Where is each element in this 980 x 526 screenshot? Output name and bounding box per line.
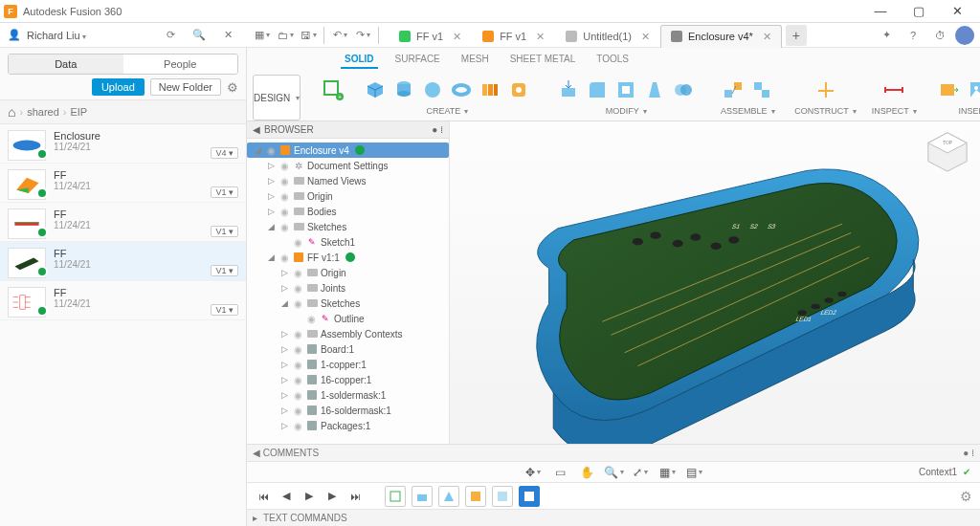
expand-icon[interactable]: ▷ bbox=[279, 283, 289, 293]
panel-settings-icon[interactable]: ⚙ bbox=[227, 80, 238, 95]
ribbon-tab[interactable]: SHEET METAL bbox=[506, 51, 580, 69]
tree-node[interactable]: ▷ ◉ Assembly Contexts bbox=[247, 326, 449, 341]
workspace-switcher[interactable]: DESIGN bbox=[253, 75, 301, 121]
expand-icon[interactable]: ◢ bbox=[253, 145, 262, 155]
timeline-play-icon[interactable]: ▶ bbox=[301, 488, 318, 505]
breadcrumb[interactable]: › shared › EIP bbox=[0, 99, 246, 124]
tree-node[interactable]: ◢ ◉ FF v1:1 bbox=[247, 250, 449, 265]
visibility-icon[interactable]: ◉ bbox=[265, 145, 277, 156]
timeline-feature[interactable] bbox=[492, 486, 513, 507]
data-panel-item[interactable]: FF 11/24/21 V1 ▾ bbox=[0, 281, 246, 320]
visibility-icon[interactable]: ◉ bbox=[292, 283, 303, 294]
timeline-start-icon[interactable]: ⏮ bbox=[255, 488, 272, 505]
tree-node[interactable]: ▷ ◉ Origin bbox=[247, 265, 449, 280]
tree-node[interactable]: ▷ ◉ Bodies bbox=[247, 204, 449, 219]
qat-undo-icon[interactable]: ↶ bbox=[328, 24, 351, 47]
version-badge[interactable]: V4 ▾ bbox=[211, 147, 238, 159]
coil-tool-icon[interactable] bbox=[477, 75, 503, 105]
tree-node[interactable]: ◢ ◉ Enclosure v4 bbox=[247, 142, 449, 158]
visibility-icon[interactable]: ◉ bbox=[292, 405, 303, 416]
box-tool-icon[interactable] bbox=[362, 75, 389, 105]
expand-icon[interactable]: ◢ bbox=[279, 298, 289, 308]
tree-node[interactable]: ◉ Sketch1 bbox=[247, 234, 449, 250]
visibility-icon[interactable]: ◉ bbox=[278, 191, 290, 202]
expand-icon[interactable]: ▷ bbox=[266, 191, 276, 201]
close-tab-icon[interactable]: ✕ bbox=[536, 31, 545, 43]
combine-icon[interactable] bbox=[670, 75, 697, 105]
notifications-icon[interactable]: ⏱ bbox=[928, 24, 951, 47]
timeline-settings-icon[interactable]: ⚙ bbox=[960, 489, 972, 504]
new-folder-button[interactable]: New Folder bbox=[150, 78, 221, 96]
timeline-feature[interactable] bbox=[385, 486, 406, 507]
expand-icon[interactable]: ▷ bbox=[279, 390, 289, 400]
qat-grid-icon[interactable]: ▦ bbox=[251, 24, 274, 47]
tree-node[interactable]: ▷ ◉ 1-copper:1 bbox=[247, 357, 449, 372]
grid-settings-icon[interactable]: ▤ bbox=[683, 463, 704, 482]
measure-icon[interactable] bbox=[880, 75, 907, 105]
close-panel-icon[interactable]: ✕ bbox=[216, 24, 239, 47]
fillet-icon[interactable] bbox=[584, 75, 611, 105]
insert-derive-icon[interactable] bbox=[936, 75, 963, 105]
visibility-icon[interactable]: ◉ bbox=[292, 421, 303, 431]
display-settings-icon[interactable]: ▦ bbox=[657, 463, 678, 482]
text-cmd-expand-icon[interactable]: ▸ bbox=[253, 513, 257, 523]
new-tab-button[interactable]: + bbox=[786, 25, 807, 46]
visibility-icon[interactable]: ◉ bbox=[292, 390, 303, 401]
visibility-icon[interactable]: ◉ bbox=[292, 237, 303, 248]
home-icon[interactable] bbox=[8, 104, 15, 120]
tree-node[interactable]: ▷ ◉ Document Settings bbox=[247, 158, 449, 173]
expand-icon[interactable]: ▷ bbox=[266, 161, 276, 170]
tree-node[interactable]: ◢ ◉ Sketches bbox=[247, 296, 449, 311]
avatar[interactable] bbox=[955, 26, 974, 45]
ribbon-tab[interactable]: TOOLS bbox=[592, 51, 633, 69]
expand-icon[interactable]: ▷ bbox=[279, 421, 289, 430]
version-badge[interactable]: V1 ▾ bbox=[211, 304, 238, 316]
visibility-icon[interactable]: ◉ bbox=[292, 360, 303, 370]
tree-node[interactable]: ▷ ◉ Origin bbox=[247, 188, 449, 204]
timeline-feature[interactable] bbox=[438, 486, 459, 507]
visibility-icon[interactable]: ◉ bbox=[278, 207, 290, 217]
user-name[interactable]: Richard Liu bbox=[27, 30, 86, 41]
press-pull-icon[interactable] bbox=[555, 75, 582, 105]
qat-save-icon[interactable]: 🖫 bbox=[297, 24, 320, 47]
upload-button[interactable]: Upload bbox=[92, 78, 145, 96]
ribbon-tab[interactable]: MESH bbox=[457, 51, 493, 69]
shell-icon[interactable] bbox=[612, 75, 639, 105]
visibility-icon[interactable]: ◉ bbox=[278, 161, 290, 171]
tree-node[interactable]: ▷ ◉ 1-soldermask:1 bbox=[247, 387, 449, 403]
tree-node[interactable]: ▷ ◉ 16-copper:1 bbox=[247, 372, 449, 387]
version-badge[interactable]: V1 ▾ bbox=[211, 186, 238, 198]
expand-icon[interactable]: ▷ bbox=[279, 268, 289, 277]
orbit-icon[interactable]: ✥ bbox=[523, 463, 544, 482]
visibility-icon[interactable]: ◉ bbox=[278, 222, 290, 232]
timeline-feature[interactable] bbox=[465, 486, 486, 507]
version-badge[interactable]: V1 ▾ bbox=[211, 226, 238, 237]
visibility-icon[interactable]: ◉ bbox=[278, 252, 290, 263]
timeline-feature[interactable] bbox=[412, 486, 433, 507]
data-panel-item[interactable]: FF 11/24/21 V1 ▾ bbox=[0, 203, 246, 242]
help-icon[interactable]: ? bbox=[902, 24, 924, 47]
expand-icon[interactable]: ▷ bbox=[266, 176, 276, 186]
file-tab[interactable]: FF v1✕ bbox=[472, 25, 555, 48]
close-tab-icon[interactable]: ✕ bbox=[641, 31, 650, 43]
breadcrumb-item[interactable]: EIP bbox=[70, 106, 87, 118]
qat-open-icon[interactable]: 🗀 bbox=[274, 24, 297, 47]
visibility-icon[interactable]: ◉ bbox=[292, 268, 303, 278]
pipe-tool-icon[interactable] bbox=[505, 75, 532, 105]
timeline-end-icon[interactable]: ⏭ bbox=[346, 488, 364, 505]
construct-icon[interactable] bbox=[813, 75, 839, 105]
create-sketch-icon[interactable]: + bbox=[320, 75, 346, 105]
insert-decal-icon[interactable] bbox=[965, 75, 980, 105]
fit-icon[interactable]: ⤢ bbox=[630, 463, 651, 482]
tree-node[interactable]: ◉ Outline bbox=[247, 311, 449, 326]
draft-icon[interactable] bbox=[641, 75, 668, 105]
cylinder-tool-icon[interactable] bbox=[390, 75, 417, 105]
visibility-icon[interactable]: ◉ bbox=[292, 344, 303, 355]
file-tab[interactable]: Untitled(1)✕ bbox=[555, 25, 660, 48]
tree-node[interactable]: ▷ ◉ 16-soldermask:1 bbox=[247, 403, 449, 418]
timeline-fwd-icon[interactable]: ▶ bbox=[323, 488, 341, 505]
timeline-back-icon[interactable]: ◀ bbox=[278, 488, 295, 505]
as-built-joint-icon[interactable] bbox=[748, 75, 775, 105]
tree-node[interactable]: ▷ ◉ Joints bbox=[247, 280, 449, 296]
comments-collapse-icon[interactable]: ◀ bbox=[253, 448, 260, 458]
